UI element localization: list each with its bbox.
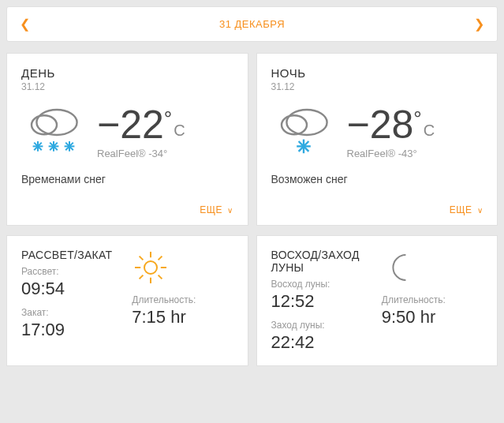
moonrise-label: Восход луны: [271, 279, 372, 290]
night-more-link[interactable]: ЕЩЕ∨ [271, 204, 483, 215]
moonrise-moonset-card: ВОСХОД/ЗАХОД ЛУНЫ Восход луны: 12:52 Зах… [256, 235, 498, 366]
sunrise-sunset-card: РАССВЕТ/ЗАКАТ Рассвет: 09:54 Закат: 17:0… [6, 235, 248, 366]
sun-duration: 7:15 hr [132, 307, 186, 328]
svg-line-27 [159, 256, 162, 260]
svg-line-28 [140, 275, 144, 279]
day-temperature: −22°C [97, 105, 185, 144]
snow-day-icon [21, 103, 86, 160]
night-condition: Возможен снег [271, 173, 483, 185]
night-title: НОЧЬ [271, 66, 483, 80]
day-more-link[interactable]: ЕЩЕ∨ [21, 204, 233, 215]
night-date: 31.12 [271, 81, 483, 92]
chevron-down-icon: ∨ [227, 206, 233, 215]
sunset-label: Закат: [21, 307, 122, 318]
moonset-time: 22:42 [271, 332, 372, 353]
night-realfeel: RealFeel® -43° [347, 148, 435, 159]
prev-day-button[interactable]: ❮ [20, 17, 30, 32]
day-realfeel: RealFeel® -34° [97, 148, 185, 159]
night-temperature: −28°C [347, 105, 435, 144]
moon-icon [382, 249, 420, 286]
day-forecast-card: ДЕНЬ 31.12 −22°C RealFeel® -34° [6, 53, 248, 226]
moon-duration: 9:50 hr [382, 307, 436, 328]
sunrise-time: 09:54 [21, 279, 122, 299]
night-forecast-card: НОЧЬ 31.12 −28°C RealFeel® -43° Возмо [256, 53, 498, 226]
sun-icon [132, 249, 170, 286]
next-day-button[interactable]: ❯ [474, 17, 484, 32]
current-date-label: 31 ДЕКАБРЯ [219, 18, 285, 30]
sunset-time: 17:09 [21, 320, 122, 340]
moon-duration-label: Длительность: [382, 294, 446, 305]
moonset-label: Заход луны: [271, 320, 372, 331]
moon-title: ВОСХОД/ЗАХОД ЛУНЫ [271, 249, 372, 274]
sun-duration-label: Длительность: [132, 294, 196, 305]
day-date: 31.12 [21, 81, 233, 92]
sun-title: РАССВЕТ/ЗАКАТ [21, 249, 122, 261]
day-condition: Временами снег [21, 173, 233, 185]
day-title: ДЕНЬ [21, 66, 233, 80]
moonrise-time: 12:52 [271, 291, 372, 312]
snow-night-icon [271, 103, 336, 160]
sunrise-label: Рассвет: [21, 266, 122, 277]
svg-line-26 [159, 275, 162, 279]
chevron-down-icon: ∨ [477, 206, 483, 215]
date-navigator: ❮ 31 ДЕКАБРЯ ❯ [6, 6, 498, 42]
svg-line-25 [140, 256, 144, 260]
svg-point-20 [144, 261, 157, 274]
